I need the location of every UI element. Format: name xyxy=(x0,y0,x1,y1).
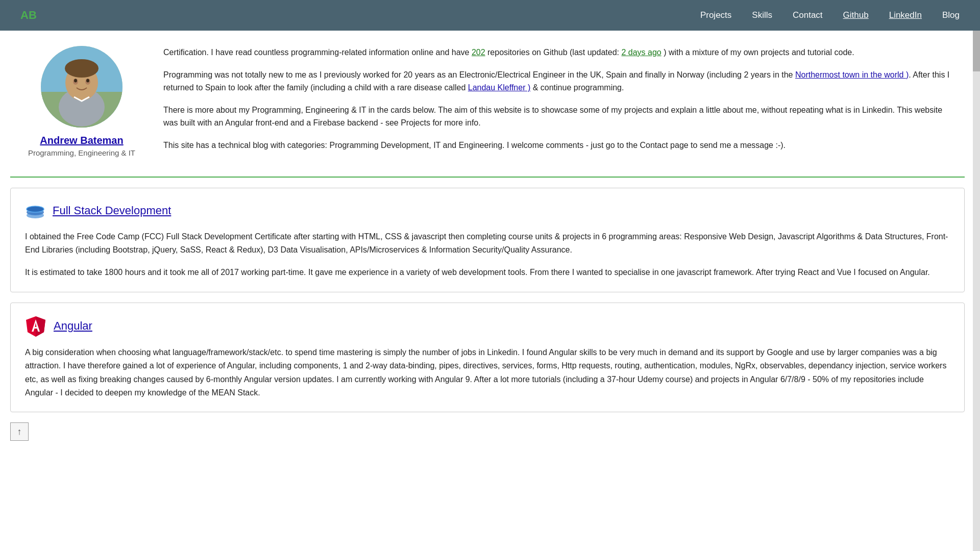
nav-logo[interactable]: AB xyxy=(20,9,37,22)
bio-para3: There is more about my Programming, Engi… xyxy=(163,104,954,130)
avatar-image xyxy=(41,46,122,128)
nav-link-blog[interactable]: Blog xyxy=(942,10,960,20)
nav-link-github[interactable]: Github xyxy=(843,10,869,20)
bio-para2-suffix: & continue programming. xyxy=(530,83,624,92)
card-angular: Angular A big consideration when choosin… xyxy=(10,303,965,413)
card-fullstack-body: I obtained the Free Code Camp (FCC) Full… xyxy=(25,230,950,280)
card-fullstack: Full Stack Development I obtained the Fr… xyxy=(10,188,965,292)
green-divider xyxy=(10,177,965,178)
svg-point-9 xyxy=(86,79,89,83)
bio-para4: This site has a technical blog with cate… xyxy=(163,139,954,152)
card-angular-para1: A big consideration when choosing what l… xyxy=(25,346,950,400)
nav-links: Projects Skills Contact Github LinkedIn … xyxy=(700,10,960,20)
svg-point-8 xyxy=(74,79,77,83)
card-angular-body: A big consideration when choosing what l… xyxy=(25,346,950,400)
bio-link-landau[interactable]: Landau Kleffner ) xyxy=(468,83,530,92)
bio-link-updated[interactable]: 2 days ago xyxy=(621,48,661,57)
bio-para1-suffix: ) with a mixture of my own projects and … xyxy=(662,48,854,57)
card-angular-header: Angular xyxy=(25,315,950,337)
angular-icon xyxy=(25,315,46,337)
card-fullstack-title[interactable]: Full Stack Development xyxy=(53,204,171,217)
profile-subtitle: Programming, Engineering & IT xyxy=(28,148,135,157)
bio-para1: Certification. I have read countless pro… xyxy=(163,46,954,59)
svg-point-5 xyxy=(65,59,99,78)
scroll-up-button[interactable]: ↑ xyxy=(10,422,29,441)
bio-column: Certification. I have read countless pro… xyxy=(163,41,954,161)
card-fullstack-para1: I obtained the Free Code Camp (FCC) Full… xyxy=(25,230,950,257)
profile-name[interactable]: Andrew Bateman xyxy=(40,135,123,146)
bio-para1-prefix: Certification. I have read countless pro… xyxy=(163,48,472,57)
nav-link-skills[interactable]: Skills xyxy=(752,10,772,20)
page-wrapper: Andrew Bateman Programming, Engineering … xyxy=(0,31,975,466)
card-fullstack-para2: It is estimated to take 1800 hours and i… xyxy=(25,266,950,279)
avatar xyxy=(41,46,122,128)
scrollbar[interactable] xyxy=(973,31,980,551)
scrollbar-thumb[interactable] xyxy=(973,31,980,71)
navbar: AB Projects Skills Contact Github Linked… xyxy=(0,0,980,31)
nav-link-linkedin[interactable]: LinkedIn xyxy=(889,10,922,20)
bio-para1-mid: repositories on Github (last updated: xyxy=(485,48,622,57)
card-angular-title[interactable]: Angular xyxy=(54,319,92,333)
bio-para2: Programming was not totally new to me as… xyxy=(163,68,954,94)
card-fullstack-header: Full Stack Development xyxy=(25,201,950,221)
nav-link-projects[interactable]: Projects xyxy=(700,10,731,20)
top-section: Andrew Bateman Programming, Engineering … xyxy=(0,31,975,177)
bio-link-northernmost[interactable]: Northermost town in the world ) xyxy=(795,70,909,79)
nav-link-contact[interactable]: Contact xyxy=(793,10,823,20)
bio-link-repos[interactable]: 202 xyxy=(472,48,485,57)
profile-column: Andrew Bateman Programming, Engineering … xyxy=(20,41,143,161)
stack-icon xyxy=(25,201,45,221)
bio-para2-prefix: Programming was not totally new to me as… xyxy=(163,70,795,79)
